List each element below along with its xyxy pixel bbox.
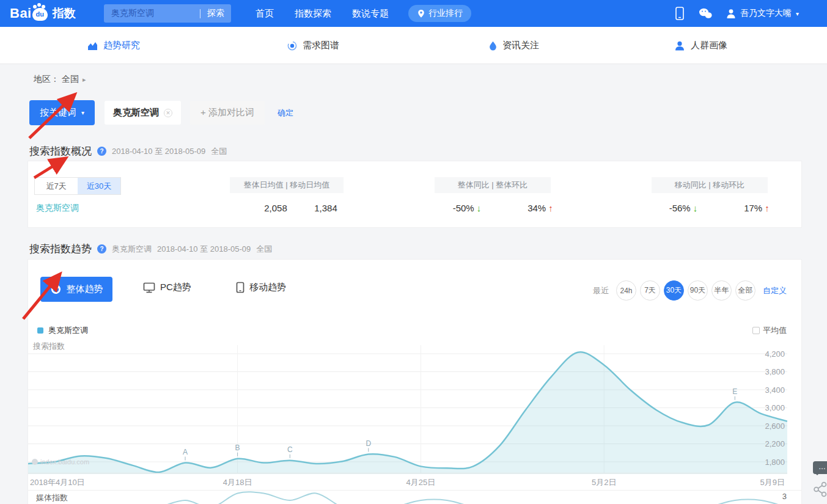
user-caret-icon: ▾ (796, 10, 799, 17)
svg-text:2018年4月10日: 2018年4月10日 (30, 478, 85, 487)
baidu-index-page: Bai du 指数 奥克斯空调 探索 首页 指数探索 数说专题 行业排行 吾乃文… (0, 0, 827, 504)
person-icon (674, 41, 685, 51)
help-icon[interactable]: ? (97, 147, 106, 156)
down-arrow-icon: ↓ (477, 203, 482, 213)
tab-overall-trend[interactable]: 整体趋势 (40, 277, 112, 302)
media-index-label: 媒体指数 (36, 492, 68, 503)
legend-color-swatch (37, 327, 43, 334)
svg-text:4,200: 4,200 (765, 349, 785, 359)
overview-section-title: 搜索指数概况 ? 2018-04-10 至 2018-05-09 全国 (29, 144, 227, 158)
svg-text:B: B (235, 444, 240, 452)
overall-mom-value: 34% ↑ (510, 203, 571, 213)
industry-ranking-button[interactable]: 行业排行 (408, 5, 471, 22)
trend-date-range: 2018-04-10 至 2018-05-09 (157, 244, 251, 255)
overall-daily-avg-value: 2,058 (251, 203, 300, 213)
col-header-overall-compare: 整体同比 | 整体环比 (435, 177, 551, 193)
dropdown-caret-icon: ▾ (81, 109, 84, 116)
media-index-chart[interactable] (28, 491, 787, 504)
svg-text:2,200: 2,200 (765, 439, 785, 448)
svg-text:5月2日: 5月2日 (592, 478, 616, 487)
baidu-paw-icon: du (32, 8, 48, 21)
logo-bai-text: Bai (10, 5, 32, 21)
overview-keyword-link[interactable]: 奥克斯空调 (36, 203, 79, 214)
period-toggle[interactable]: 近7天 近30天 (34, 177, 121, 195)
overview-title: 搜索指数概况 (29, 144, 92, 158)
range-90d[interactable]: 90天 (688, 280, 708, 301)
droplet-icon (489, 41, 497, 51)
chart-divider (28, 490, 801, 491)
svg-text:1,800: 1,800 (765, 458, 785, 467)
baidu-index-logo[interactable]: Bai du 指数 (10, 5, 76, 21)
search-input[interactable]: 奥克斯空调 (104, 8, 200, 19)
range-custom[interactable]: 自定义 (763, 285, 787, 296)
col-header-daily-avg: 整体日均值 | 移动日均值 (230, 177, 344, 193)
nav-data-topics[interactable]: 数说专题 (352, 8, 389, 20)
keyword-chip[interactable]: 奥克斯空调 ✕ (105, 101, 181, 125)
user-menu[interactable]: 吾乃文字大嘴 ▾ (726, 8, 799, 19)
down-arrow-icon: ↓ (693, 203, 698, 213)
nav-index-explore[interactable]: 指数探索 (295, 8, 331, 20)
svg-text:4月25日: 4月25日 (406, 478, 436, 487)
tab-news-attention[interactable]: 资讯关注 (489, 27, 539, 64)
up-arrow-icon: ↑ (765, 203, 770, 213)
region-value: 全国 (62, 74, 79, 85)
top-nav: 首页 指数探索 数说专题 (255, 0, 389, 27)
range-half-year[interactable]: 半年 (711, 280, 732, 301)
add-compare-keyword-button[interactable]: + 添加对比词 (190, 101, 265, 125)
area-chart-icon (87, 41, 98, 51)
average-checkbox[interactable]: 平均值 (752, 325, 787, 336)
tab-last-7-days[interactable]: 近7天 (35, 178, 78, 194)
range-30d[interactable]: 30天 (664, 280, 684, 301)
col-header-mobile-compare: 移动同比 | 移动环比 (652, 177, 768, 193)
tab-trend-research[interactable]: 趋势研究 (87, 27, 140, 64)
mobile-yoy-value: -56% ↓ (653, 203, 714, 213)
keyword-filter-row: 按关键词 ▾ 奥克斯空调 ✕ + 添加对比词 确定 (29, 100, 293, 125)
region-expand-icon: ▸ (83, 76, 86, 84)
top-right-cluster: 吾乃文字大嘴 ▾ (675, 0, 799, 27)
logo-suffix-text: 指数 (53, 5, 76, 21)
range-7d[interactable]: 7天 (640, 280, 660, 301)
tab-mobile-trend[interactable]: 移动趋势 (236, 282, 286, 293)
tab-demand-graph[interactable]: 需求图谱 (287, 27, 339, 64)
tab-last-30-days[interactable]: 近30天 (78, 178, 120, 194)
overall-yoy-value: -50% ↓ (436, 203, 498, 213)
share-button[interactable] (811, 480, 827, 499)
svg-text:3,000: 3,000 (765, 403, 785, 412)
svg-text:A: A (183, 448, 188, 456)
pie-chart-icon (50, 283, 62, 295)
media-index-top-tick: 3 (782, 492, 787, 501)
keyword-remove-icon[interactable]: ✕ (164, 109, 172, 117)
tab-pc-trend[interactable]: PC趋势 (143, 282, 191, 293)
mobile-app-icon[interactable] (675, 6, 685, 21)
svg-text:D: D (366, 439, 371, 448)
overview-date-range: 2018-04-10 至 2018-05-09 (112, 146, 205, 157)
search-button[interactable]: 探索 (200, 8, 231, 19)
monitor-icon (143, 282, 155, 293)
range-all[interactable]: 全部 (735, 280, 755, 301)
region-label: 地区： (34, 74, 59, 85)
checkbox-icon[interactable] (752, 327, 760, 334)
chart-legend[interactable]: 奥克斯空调 (37, 325, 88, 336)
svg-text:C: C (287, 445, 293, 454)
range-24h[interactable]: 24h (616, 280, 636, 301)
phone-icon (236, 282, 244, 293)
trend-region: 全国 (256, 244, 272, 255)
top-bar: Bai du 指数 奥克斯空调 探索 首页 指数探索 数说专题 行业排行 吾乃文… (0, 0, 827, 27)
svg-text:3,800: 3,800 (765, 367, 785, 376)
keyword-type-dropdown[interactable]: 按关键词 ▾ (29, 100, 95, 125)
trend-title: 搜索指数趋势 (29, 242, 92, 256)
wechat-icon[interactable] (698, 7, 713, 20)
average-label: 平均值 (763, 325, 787, 336)
tab-audience-profile[interactable]: 人群画像 (674, 27, 727, 64)
region-selector[interactable]: 地区：全国 ▸ (34, 74, 86, 85)
time-range-picker: 最近 24h 7天 30天 90天 半年 全部 自定义 (593, 280, 787, 301)
confirm-button[interactable]: 确定 (278, 108, 293, 119)
user-icon (726, 9, 736, 19)
search-box[interactable]: 奥克斯空调 探索 (104, 4, 231, 23)
help-icon[interactable]: ? (97, 244, 106, 254)
feedback-bubble-button[interactable]: … (813, 461, 827, 474)
user-name: 吾乃文字大嘴 (740, 8, 792, 19)
overview-card: 近7天 近30天 整体日均值 | 移动日均值 整体同比 | 整体环比 移动同比 … (28, 161, 802, 228)
search-index-chart[interactable]: ABCDE1,8002,2002,6003,0003,4003,8004,200… (28, 339, 787, 491)
nav-home[interactable]: 首页 (255, 8, 274, 20)
